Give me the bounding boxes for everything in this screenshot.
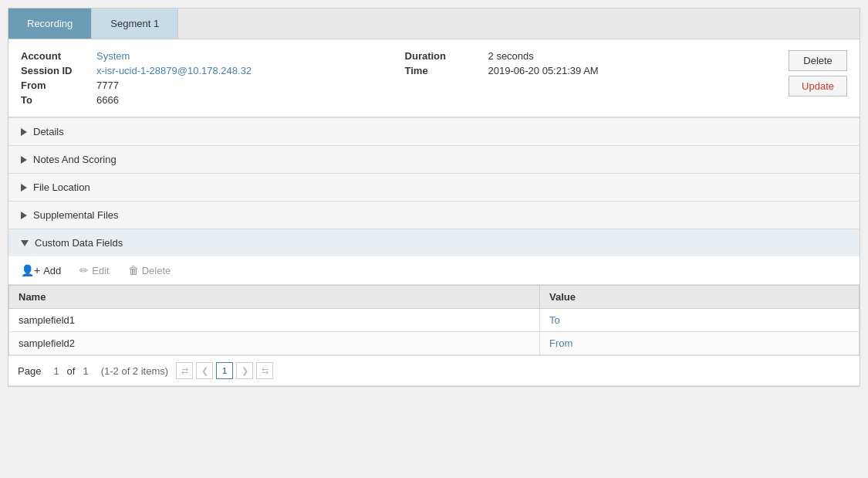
main-container: Recording Segment 1 Account System Sessi… [8,8,860,387]
time-value: 2019-06-20 05:21:39 AM [488,65,774,76]
prev-page-button[interactable]: ❮ [196,362,213,379]
tab-segment1[interactable]: Segment 1 [92,8,178,39]
custom-fields-table: Name Value samplefield1Tosamplefield2Fro… [8,285,860,355]
session-id-value[interactable]: x-isr-ucid-1-28879@10.178.248.32 [96,65,390,76]
account-value[interactable]: System [96,50,390,62]
delete-button[interactable]: Delete [789,50,847,71]
delete-toolbar-label: Delete [142,265,171,276]
accordion-label-custom-data-fields: Custom Data Fields [35,237,123,249]
cell-value[interactable]: From [540,332,860,355]
col-header-value: Value [540,286,860,309]
edit-button[interactable]: ✏ Edit [76,263,112,278]
accordion-item-file-location: File Location [8,174,860,202]
page-of: of [67,365,76,377]
add-person-icon: 👤+ [21,264,40,276]
accordion-header-supplemental-files[interactable]: Supplemental Files [8,202,860,229]
accordion-header-file-location[interactable]: File Location [8,174,860,201]
page-number-1[interactable]: 1 [216,362,233,379]
duration-label: Duration [405,50,482,62]
accordion-header-details[interactable]: Details [8,118,860,145]
chevron-right-icon [21,184,27,192]
add-label: Add [43,265,61,276]
chevron-right-icon [21,156,27,164]
cell-name: samplefield1 [9,309,540,332]
chevron-right-icon [21,212,27,219]
edit-label: Edit [92,265,109,276]
chevron-right-icon [21,128,27,136]
add-button[interactable]: 👤+ Add [18,263,64,278]
first-page-button[interactable]: ⇄ [176,362,193,379]
accordion-item-notes-scoring: Notes And Scoring [8,146,860,174]
accordion-header-notes-scoring[interactable]: Notes And Scoring [8,146,860,173]
next-page-button[interactable]: ❯ [236,362,253,379]
page-current: 1 [53,365,59,377]
table-row[interactable]: samplefield1To [9,309,860,332]
time-label: Time [405,65,482,76]
table-row[interactable]: samplefield2From [9,332,860,355]
accordion-item-supplemental-files: Supplemental Files [8,202,860,229]
page-total: 1 [83,365,88,377]
accordion-label-file-location: File Location [33,181,90,193]
items-info: (1-2 of 2 items) [101,365,168,377]
from-value: 7777 [96,80,390,91]
accordion: Details Notes And Scoring File Location … [8,117,860,386]
tab-bar: Recording Segment 1 [8,8,860,39]
to-value: 6666 [96,94,390,106]
session-id-label: Session ID [21,65,90,76]
accordion-item-details: Details [8,118,860,146]
cell-name: samplefield2 [9,332,540,355]
action-buttons: Delete Update [789,50,847,97]
custom-data-fields-content: 👤+ Add ✏ Edit 🗑 Delete [8,256,860,385]
account-label: Account [21,50,90,62]
accordion-label-notes-scoring: Notes And Scoring [33,154,117,165]
info-section: Account System Session ID x-isr-ucid-1-2… [8,39,860,117]
from-label: From [21,80,90,91]
delete-toolbar-button[interactable]: 🗑 Delete [125,263,174,278]
tab-recording[interactable]: Recording [8,8,92,39]
page-label: Page [18,365,41,377]
accordion-label-supplemental-files: Supplemental Files [33,209,119,221]
cell-value[interactable]: To [540,309,860,332]
info-right-grid: Duration 2 seconds Time 2019-06-20 05:21… [405,50,774,76]
accordion-header-custom-data-fields[interactable]: Custom Data Fields [8,229,860,256]
trash-icon: 🗑 [128,264,139,276]
accordion-item-custom-data-fields: Custom Data Fields 👤+ Add ✏ Edit 🗑 Del [8,229,860,386]
chevron-down-icon [21,240,29,246]
last-page-button[interactable]: ⇆ [256,362,273,379]
update-button[interactable]: Update [789,76,847,97]
edit-icon: ✏ [79,264,89,276]
custom-fields-toolbar: 👤+ Add ✏ Edit 🗑 Delete [8,256,860,285]
to-label: To [21,94,90,106]
col-header-name: Name [9,286,540,309]
accordion-label-details: Details [33,126,64,137]
duration-value: 2 seconds [488,50,774,62]
pagination: Page 1 of 1 (1-2 of 2 items) ⇄ ❮ 1 ❯ ⇆ [8,355,860,385]
info-left-grid: Account System Session ID x-isr-ucid-1-2… [21,50,390,106]
